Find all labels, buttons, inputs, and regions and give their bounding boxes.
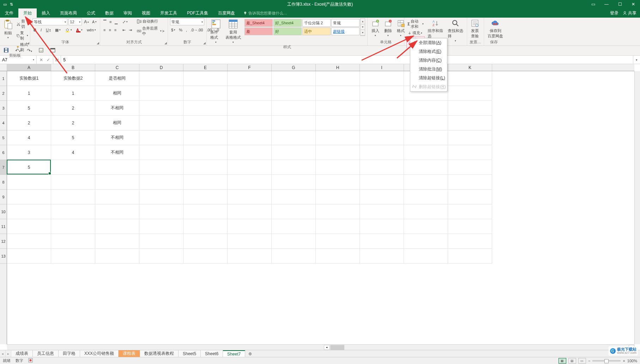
fapiao-check-button[interactable]: 发票 查验 — [469, 18, 481, 39]
col-header-I[interactable]: I — [360, 64, 404, 71]
row-header-10[interactable]: 10 — [0, 204, 7, 219]
cell-I4[interactable] — [360, 116, 404, 130]
cell-E13[interactable] — [183, 249, 228, 264]
cell-F11[interactable] — [228, 219, 272, 234]
cell-D5[interactable] — [139, 130, 183, 145]
cell-I13[interactable] — [360, 249, 404, 264]
cell-H3[interactable] — [316, 101, 360, 116]
cell-C8[interactable] — [95, 175, 139, 190]
orientation-button[interactable]: ⤢▾ — [121, 19, 129, 25]
cell-H8[interactable] — [316, 175, 360, 190]
align-top-button[interactable]: ▔ — [102, 19, 107, 25]
cell-D7[interactable] — [139, 160, 183, 175]
cell-A13[interactable] — [7, 249, 51, 264]
cell-J7[interactable] — [404, 160, 448, 175]
cell-J4[interactable] — [404, 116, 448, 130]
cell-I10[interactable] — [360, 204, 404, 219]
cell-F8[interactable] — [228, 175, 272, 190]
cell-I11[interactable] — [360, 219, 404, 234]
paste-button[interactable]: 粘贴 ▾ — [2, 18, 14, 40]
zoom-in-button[interactable]: + — [623, 359, 625, 363]
style-cell-5[interactable]: 好 — [273, 27, 302, 35]
decrease-indent-button[interactable]: ⇤ — [121, 27, 127, 33]
cell-G11[interactable] — [272, 219, 316, 234]
cell-E6[interactable] — [183, 145, 228, 160]
cell-K1[interactable] — [448, 71, 492, 86]
menu-插入[interactable]: 插入 — [37, 8, 55, 18]
cell-B5[interactable]: 5 — [51, 130, 95, 145]
view-normal-button[interactable]: ▦ — [559, 358, 566, 364]
find-select-button[interactable]: 查找和选择▾ — [446, 18, 465, 43]
cell-F4[interactable] — [228, 116, 272, 130]
sheet-tab-员工信息[interactable]: 员工信息 — [33, 350, 59, 357]
cell-B7[interactable] — [51, 160, 95, 175]
formula-cancel-button[interactable]: ✕ — [40, 57, 43, 62]
sheet-tab-Sheet6[interactable]: Sheet6 — [201, 350, 223, 357]
fill-button[interactable]: 填充▾ — [406, 30, 425, 36]
italic-button[interactable]: I — [40, 27, 43, 32]
cell-K3[interactable] — [448, 101, 492, 116]
col-header-C[interactable]: C — [95, 64, 139, 71]
font-name-select[interactable]: 等线▾ — [32, 18, 67, 25]
row-headers[interactable]: 12345678910111213 — [0, 71, 7, 344]
increase-font-button[interactable]: A▴ — [83, 19, 90, 25]
row-header-4[interactable]: 4 — [0, 116, 7, 130]
cell-D6[interactable] — [139, 145, 183, 160]
cell-E10[interactable] — [183, 204, 228, 219]
zoom-slider[interactable] — [592, 360, 621, 362]
cell-I5[interactable] — [360, 130, 404, 145]
cell-H10[interactable] — [316, 204, 360, 219]
cell-G2[interactable] — [272, 86, 316, 101]
delete-cells-button[interactable]: 删除▾ — [382, 18, 394, 38]
cell-A4[interactable]: 2 — [7, 116, 51, 130]
col-header-E[interactable]: E — [183, 64, 228, 71]
cell-C3[interactable]: 不相同 — [95, 101, 139, 116]
cell-H12[interactable] — [316, 234, 360, 249]
align-middle-button[interactable]: ≡ — [108, 19, 113, 24]
comma-button[interactable]: , — [185, 27, 188, 32]
sheet-tab-成绩表[interactable]: 成绩表 — [11, 350, 33, 357]
cell-G13[interactable] — [272, 249, 316, 264]
col-header-A[interactable]: A — [7, 64, 51, 71]
cell-D3[interactable] — [139, 101, 183, 116]
cell-J9[interactable] — [404, 190, 448, 204]
cell-B2[interactable]: 1 — [51, 86, 95, 101]
cell-E1[interactable] — [183, 71, 228, 86]
cell-E4[interactable] — [183, 116, 228, 130]
hscroll-thumb[interactable] — [330, 345, 344, 350]
login-link[interactable]: 登录 — [610, 10, 618, 16]
cell-F2[interactable] — [228, 86, 272, 101]
style-cell-0[interactable]: 差_Sheet4 — [244, 19, 273, 27]
cell-D9[interactable] — [139, 190, 183, 204]
cell-C4[interactable]: 相同 — [95, 116, 139, 130]
underline-button[interactable]: U▾ — [45, 27, 52, 32]
clear-menu-item-4[interactable]: 清除超链接(L) — [410, 74, 447, 82]
number-dialog-launcher[interactable]: ◢ — [203, 41, 206, 45]
cell-styles-gallery[interactable]: 差_Sheet4好_Sheet4千位分隔 2常规差好适中超链接 — [244, 18, 360, 36]
border-button[interactable]: ▦▾ — [54, 27, 62, 33]
ribbon-display-options[interactable]: ▭ — [586, 0, 600, 8]
cell-B12[interactable] — [51, 234, 95, 249]
col-header-F[interactable]: F — [228, 64, 272, 71]
cell-C9[interactable] — [95, 190, 139, 204]
cell-B4[interactable]: 2 — [51, 116, 95, 130]
align-left-button[interactable]: ≡ — [102, 27, 107, 32]
sheet-tab-Sheet7[interactable]: Sheet7 — [223, 350, 245, 357]
cell-K13[interactable] — [448, 249, 492, 264]
cell-A11[interactable] — [7, 219, 51, 234]
cell-B1[interactable]: 实验数据2 — [51, 71, 95, 86]
cell-G6[interactable] — [272, 145, 316, 160]
decrease-font-button[interactable]: A▾ — [91, 20, 98, 24]
sheet-nav-first[interactable]: ◂ — [0, 350, 6, 357]
cell-B6[interactable]: 4 — [51, 145, 95, 160]
clipboard-dialog-launcher[interactable]: ◢ — [27, 41, 29, 45]
cell-A7[interactable]: 5 — [7, 160, 51, 175]
row-header-3[interactable]: 3 — [0, 101, 7, 116]
cell-K5[interactable] — [448, 130, 492, 145]
fx-label[interactable]: fx — [53, 56, 61, 64]
cell-K6[interactable] — [448, 145, 492, 160]
style-scroll-down[interactable]: ▾ — [361, 24, 365, 30]
cell-C2[interactable]: 相同 — [95, 86, 139, 101]
macro-record-icon[interactable] — [28, 358, 33, 363]
clear-menu-item-2[interactable]: 清除内容(C) — [410, 56, 447, 65]
